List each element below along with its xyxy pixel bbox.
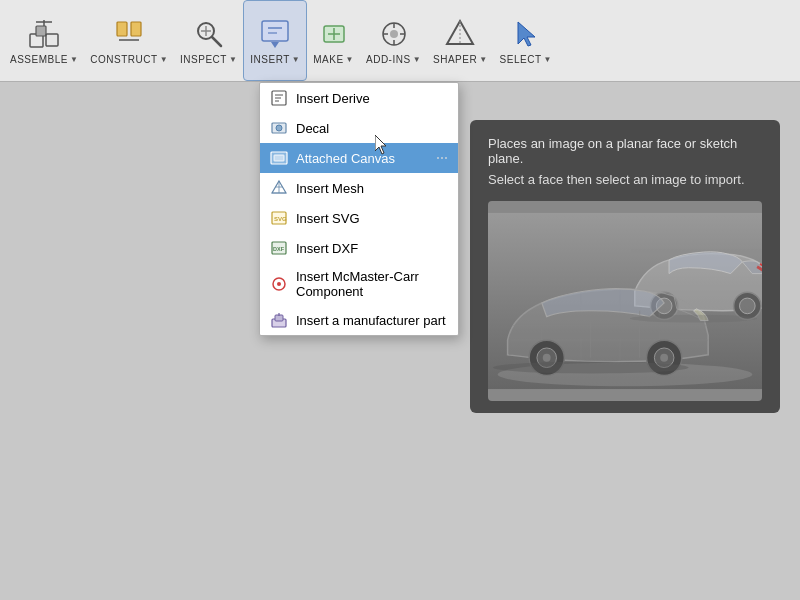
insert-svg-icon: SVG	[270, 209, 288, 227]
svg-point-20	[390, 30, 398, 38]
insert-dxf-icon: DXF	[270, 239, 288, 257]
attached-canvas-more: ⋯	[436, 151, 448, 165]
svg-marker-27	[518, 22, 535, 46]
construct-icon	[111, 16, 147, 52]
svg-point-67	[493, 362, 689, 374]
svg-marker-25	[447, 21, 473, 44]
insert-manufacturer-icon	[270, 311, 288, 329]
decal-icon	[270, 119, 288, 137]
svg-rect-35	[274, 155, 284, 161]
svg-point-63	[543, 354, 551, 362]
toolbar-select[interactable]: SELECT▼	[494, 0, 558, 81]
svg-point-54	[739, 298, 755, 314]
toolbar-construct[interactable]: CONSTRUCT▼	[84, 0, 174, 81]
insert-icon	[257, 16, 293, 52]
insert-manufacturer-label: Insert a manufacturer part	[296, 313, 448, 328]
select-label: SELECT▼	[500, 54, 552, 65]
menu-item-insert-dxf[interactable]: DXF Insert DXF	[260, 233, 458, 263]
menu-item-attached-canvas[interactable]: Attached Canvas ⋯	[260, 143, 458, 173]
svg-point-66	[660, 354, 668, 362]
toolbar-shaper[interactable]: SHAPER▼	[427, 0, 494, 81]
toolbar-inspect[interactable]: INSPECT▼	[174, 0, 243, 81]
svg-point-45	[277, 282, 281, 286]
svg-marker-13	[271, 42, 279, 48]
svg-rect-5	[117, 22, 127, 36]
menu-item-insert-mcmaster[interactable]: Insert McMaster-Carr Component	[260, 263, 458, 305]
svg-point-68	[630, 315, 757, 323]
shaper-label: SHAPER▼	[433, 54, 488, 65]
inspect-icon	[191, 16, 227, 52]
info-text-1: Places an image on a planar face or sket…	[488, 136, 762, 166]
svg-rect-1	[36, 26, 46, 36]
toolbar-add-ins[interactable]: ADD-INS▼	[360, 0, 427, 81]
info-panel: Places an image on a planar face or sket…	[470, 120, 780, 413]
toolbar-insert[interactable]: INSERT▼	[243, 0, 307, 81]
insert-dxf-label: Insert DXF	[296, 241, 448, 256]
menu-item-decal[interactable]: Decal	[260, 113, 458, 143]
svg-text:SVG: SVG	[274, 216, 287, 222]
make-label: MAKE▼	[313, 54, 354, 65]
insert-mcmaster-label: Insert McMaster-Carr Component	[296, 269, 448, 299]
car-preview	[488, 201, 762, 401]
info-text-2: Select a face then select an image to im…	[488, 172, 762, 187]
add-ins-label: ADD-INS▼	[366, 54, 421, 65]
toolbar-make[interactable]: MAKE▼	[307, 0, 360, 81]
insert-derive-label: Insert Derive	[296, 91, 448, 106]
insert-derive-icon	[270, 89, 288, 107]
insert-mcmaster-icon	[270, 275, 288, 293]
insert-mesh-icon	[270, 179, 288, 197]
insert-mesh-label: Insert Mesh	[296, 181, 448, 196]
insert-svg-label: Insert SVG	[296, 211, 448, 226]
svg-rect-2	[46, 34, 58, 46]
add-ins-icon	[376, 16, 412, 52]
toolbar-assemble[interactable]: ASSEMBLE▼	[4, 0, 84, 81]
menu-item-insert-mesh[interactable]: Insert Mesh	[260, 173, 458, 203]
insert-dropdown: Insert Derive Decal Attached Canvas ⋯	[259, 82, 459, 336]
toolbar: ASSEMBLE▼ CONSTRUCT▼ INSPECT▼	[0, 0, 800, 82]
svg-text:DXF: DXF	[273, 246, 285, 252]
select-icon	[508, 16, 544, 52]
assemble-icon	[26, 16, 62, 52]
make-icon	[316, 16, 352, 52]
attached-canvas-label: Attached Canvas	[296, 151, 428, 166]
svg-line-9	[212, 37, 221, 46]
inspect-label: INSPECT▼	[180, 54, 237, 65]
construct-label: CONSTRUCT▼	[90, 54, 168, 65]
svg-rect-12	[262, 21, 288, 41]
menu-item-insert-svg[interactable]: SVG Insert SVG	[260, 203, 458, 233]
menu-item-insert-derive[interactable]: Insert Derive	[260, 83, 458, 113]
assemble-label: ASSEMBLE▼	[10, 54, 78, 65]
insert-label: INSERT▼	[250, 54, 300, 65]
attached-canvas-icon	[270, 149, 288, 167]
svg-rect-6	[131, 22, 141, 36]
decal-label: Decal	[296, 121, 448, 136]
shaper-icon	[442, 16, 478, 52]
menu-item-insert-manufacturer[interactable]: Insert a manufacturer part	[260, 305, 458, 335]
svg-point-33	[276, 125, 282, 131]
